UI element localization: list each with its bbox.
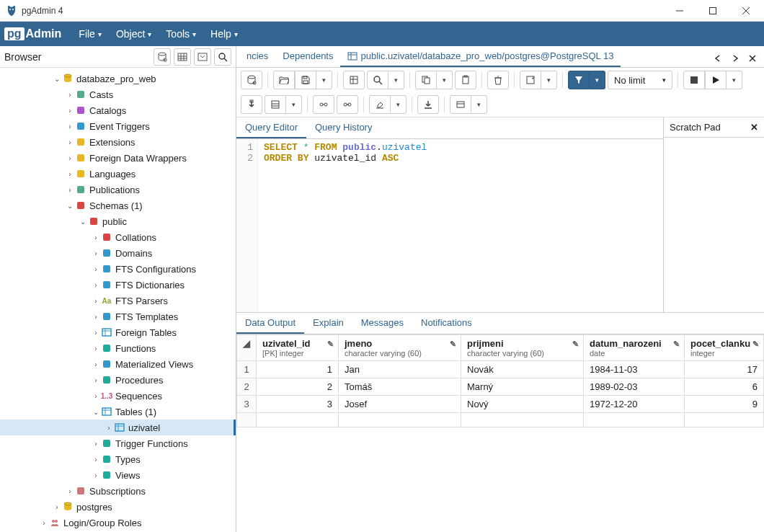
stop-button[interactable] [683, 71, 705, 89]
tree-arrow-icon[interactable]: › [91, 265, 101, 273]
tree-item[interactable]: ⌄public [0, 213, 236, 229]
limit-select[interactable]: No limit▾ [608, 71, 672, 89]
menu-tools[interactable]: Tools▾ [159, 22, 203, 46]
tree-arrow-icon[interactable]: › [52, 503, 62, 511]
filter-button[interactable] [568, 71, 590, 89]
tree-arrow-icon[interactable]: › [65, 170, 75, 178]
clear-dropdown[interactable]: ▾ [391, 95, 407, 114]
tree-arrow-icon[interactable]: › [65, 154, 75, 162]
tree-arrow-icon[interactable]: › [91, 456, 101, 464]
tree-item[interactable]: ›Domains [0, 245, 236, 261]
tree-arrow-icon[interactable]: ⌄ [78, 218, 88, 226]
tree-arrow-icon[interactable]: ⌄ [52, 75, 62, 83]
tree-item[interactable]: ›uzivatel [0, 420, 236, 435]
execute-dropdown[interactable]: ▾ [727, 71, 742, 89]
tab-data-output[interactable]: Data Output [236, 313, 304, 334]
tree-arrow-icon[interactable]: › [91, 392, 101, 400]
tree-item[interactable]: ›Collations [0, 229, 236, 245]
browser-btn-1[interactable] [154, 48, 171, 66]
tree-arrow-icon[interactable]: › [65, 138, 75, 146]
tree-item[interactable]: ›Languages [0, 166, 236, 182]
delete-button[interactable] [487, 71, 509, 89]
tree-arrow-icon[interactable]: › [91, 471, 101, 479]
filter-dropdown[interactable]: ▾ [590, 71, 605, 89]
maximize-button[interactable] [696, 0, 729, 22]
tree-arrow-icon[interactable]: › [91, 281, 101, 289]
menu-help[interactable]: Help▾ [203, 22, 245, 46]
col-uzivatel-id[interactable]: uzivatel_id[PK] integer✎ [257, 335, 339, 361]
minimize-button[interactable] [663, 0, 696, 22]
tab-close-button[interactable] [744, 50, 761, 67]
tree-item[interactable]: ⌄Schemas (1) [0, 198, 236, 213]
save-file-dropdown[interactable]: ▾ [316, 71, 332, 89]
rollback-button[interactable] [337, 95, 358, 114]
tree-item[interactable]: ›Subscriptions [0, 483, 236, 499]
tree-item[interactable]: ›Trigger Functions [0, 435, 236, 451]
tab-notifications[interactable]: Notifications [412, 313, 481, 334]
edit-button[interactable] [343, 71, 365, 89]
explain-button[interactable] [241, 95, 262, 114]
download-button[interactable] [417, 95, 439, 114]
edit-data-dropdown[interactable]: ▾ [541, 71, 557, 89]
tree-item[interactable]: ›Foreign Tables [0, 324, 236, 340]
tree-arrow-icon[interactable]: › [91, 249, 101, 257]
table-view-dropdown[interactable]: ▾ [286, 95, 302, 114]
macro-dropdown[interactable]: ▾ [471, 95, 487, 114]
tree-item[interactable]: ›Procedures [0, 372, 236, 388]
corner-cell[interactable]: ◢ [237, 335, 257, 361]
tree-item[interactable]: ›postgres [0, 499, 236, 515]
tree-arrow-icon[interactable]: › [65, 91, 75, 99]
tree-item[interactable]: ›Catalogs [0, 102, 236, 118]
close-button[interactable] [729, 0, 763, 22]
tab-dependencies-truncated[interactable]: ncies [239, 46, 275, 67]
tab-explain[interactable]: Explain [304, 313, 352, 334]
tree-arrow-icon[interactable]: › [91, 234, 101, 241]
find-dropdown[interactable]: ▾ [388, 71, 404, 89]
connection-button[interactable] [241, 71, 262, 89]
tree-arrow-icon[interactable]: › [65, 186, 75, 194]
tab-prev-button[interactable] [709, 50, 727, 67]
tree-arrow-icon[interactable]: › [91, 360, 101, 368]
macro-button[interactable] [450, 95, 471, 114]
open-file-button[interactable] [273, 71, 295, 89]
menu-object[interactable]: Object▾ [109, 22, 159, 46]
tab-messages[interactable]: Messages [352, 313, 412, 334]
sql-editor[interactable]: 12 SELECT * FROM public.uzivatel ORDER B… [236, 139, 663, 312]
col-prijmeni[interactable]: prijmenicharacter varying (60)✎ [461, 335, 584, 361]
tree-arrow-icon[interactable]: › [91, 313, 101, 321]
tree-item[interactable]: ›Views [0, 467, 236, 483]
tree-item[interactable]: ›FTS Templates [0, 309, 236, 324]
browser-btn-3[interactable] [194, 48, 211, 66]
commit-button[interactable] [313, 95, 334, 114]
browser-btn-2[interactable] [174, 48, 191, 66]
tab-next-button[interactable] [727, 50, 744, 67]
edit-data-button[interactable] [520, 71, 541, 89]
tab-query-editor[interactable]: Query Editor [236, 118, 306, 138]
table-view-button[interactable] [265, 95, 286, 114]
tree-arrow-icon[interactable]: › [91, 297, 101, 305]
tree-item[interactable]: ›FTS Dictionaries [0, 277, 236, 293]
paste-button[interactable] [455, 71, 476, 89]
save-file-button[interactable] [295, 71, 316, 89]
tree-item[interactable]: ›1..3Sequences [0, 388, 236, 404]
tree-item[interactable]: ›AaFTS Parsers [0, 293, 236, 309]
menu-file[interactable]: File▾ [71, 22, 109, 46]
tree-item[interactable]: ›Casts [0, 87, 236, 102]
tab-query-history[interactable]: Query History [306, 118, 381, 138]
tree-arrow-icon[interactable]: › [91, 329, 101, 337]
tab-query-tool[interactable]: public.uzivatel/databaze_pro_web/postgre… [340, 46, 621, 67]
tree-arrow-icon[interactable]: › [104, 424, 114, 432]
tree-arrow-icon[interactable]: › [65, 123, 75, 130]
tree-item[interactable]: ›Functions [0, 340, 236, 356]
tree-item[interactable]: ›Extensions [0, 134, 236, 150]
tree-arrow-icon[interactable]: › [91, 440, 101, 448]
tree-item[interactable]: ›FTS Configurations [0, 261, 236, 277]
object-tree[interactable]: ⌄databaze_pro_web›Casts›Catalogs›Event T… [0, 68, 236, 532]
tree-arrow-icon[interactable]: ⌄ [65, 202, 75, 210]
table-row[interactable]: 33JosefNový1972-12-209 [237, 396, 764, 413]
tree-arrow-icon[interactable]: › [65, 487, 75, 495]
tree-item[interactable]: ›Login/Group Roles [0, 515, 236, 531]
col-pocet-clanku[interactable]: pocet_clankuinteger✎ [685, 335, 764, 361]
tree-item[interactable]: ›Types [0, 451, 236, 467]
tree-arrow-icon[interactable]: › [91, 345, 101, 353]
